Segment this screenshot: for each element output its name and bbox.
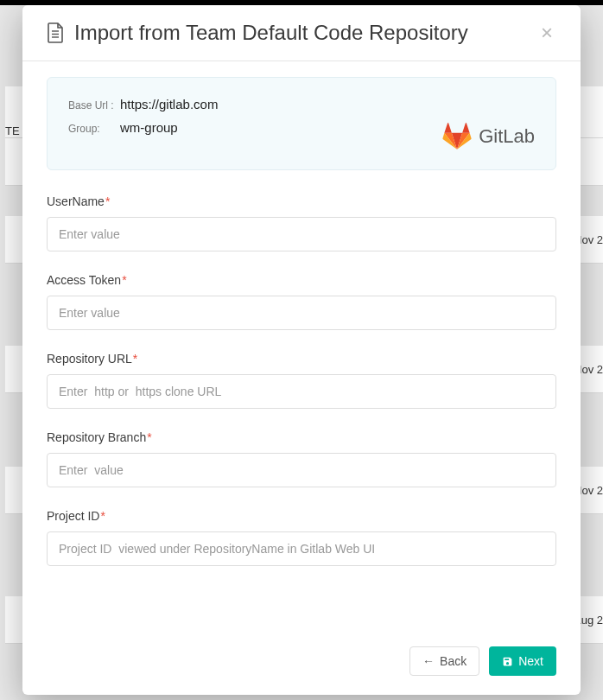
group-value: wm-group bbox=[120, 120, 178, 135]
username-label: UserName* bbox=[47, 194, 556, 208]
repo-url-label: Repository URL* bbox=[47, 352, 556, 366]
repo-branch-label: Repository Branch* bbox=[47, 430, 556, 444]
document-icon bbox=[47, 22, 64, 43]
modal-footer: ← Back Next bbox=[22, 634, 581, 695]
project-id-label: Project ID* bbox=[47, 509, 556, 523]
gitlab-icon bbox=[442, 123, 472, 150]
group-label: Group: bbox=[68, 123, 120, 135]
save-icon bbox=[502, 656, 513, 667]
import-modal: Import from Team Default Code Repository… bbox=[22, 5, 581, 695]
arrow-left-icon: ← bbox=[422, 655, 435, 667]
modal-title: Import from Team Default Code Repository bbox=[74, 21, 537, 45]
back-button[interactable]: ← Back bbox=[409, 646, 479, 676]
project-id-input[interactable] bbox=[47, 531, 556, 566]
close-button[interactable]: × bbox=[537, 22, 556, 43]
repo-branch-input[interactable] bbox=[47, 453, 556, 487]
base-url-label: Base Url : bbox=[68, 99, 120, 111]
gitlab-label: GitLab bbox=[479, 125, 535, 148]
modal-header: Import from Team Default Code Repository… bbox=[22, 5, 581, 61]
gitlab-brand: GitLab bbox=[442, 123, 535, 150]
bg-text: TE bbox=[5, 124, 20, 137]
back-button-label: Back bbox=[440, 654, 467, 668]
username-input[interactable] bbox=[47, 217, 556, 251]
access-token-input[interactable] bbox=[47, 296, 556, 330]
base-url-value: https://gitlab.com bbox=[120, 97, 218, 111]
repo-info-box: Base Url : https://gitlab.com Group: wm-… bbox=[47, 77, 556, 170]
next-button[interactable]: Next bbox=[489, 646, 556, 676]
next-button-label: Next bbox=[518, 654, 543, 668]
repo-url-input[interactable] bbox=[47, 374, 556, 409]
access-token-label: Access Token* bbox=[47, 273, 556, 287]
modal-body: Base Url : https://gitlab.com Group: wm-… bbox=[22, 61, 581, 634]
